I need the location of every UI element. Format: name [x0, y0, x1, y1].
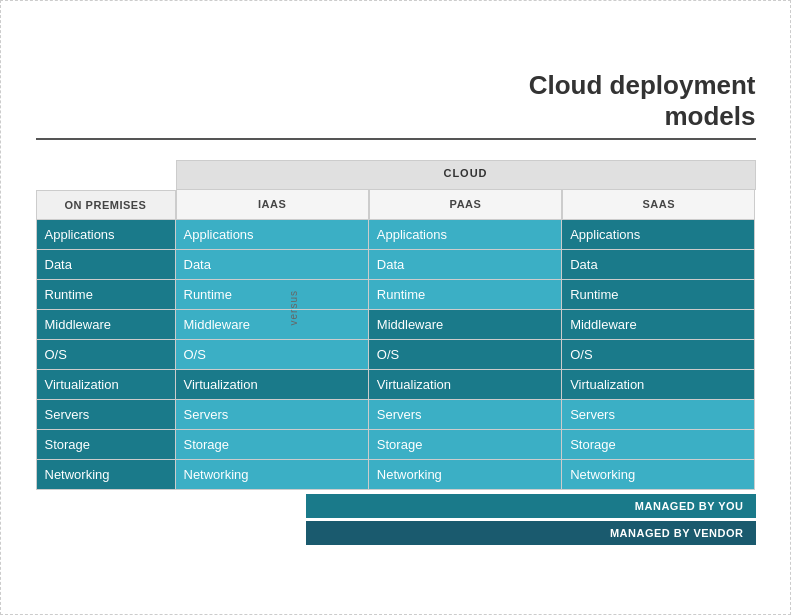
data-rows: ApplicationsApplicationsApplicationsAppl… — [36, 220, 756, 490]
cloud-cell: Networking — [369, 460, 562, 490]
header-row: CLOUD — [36, 160, 756, 190]
main-container: Cloud deployment models versus CLOUD ON … — [16, 50, 776, 565]
cloud-cell: Applications — [176, 220, 369, 250]
cloud-cell: Networking — [176, 460, 369, 490]
on-prem-cell: O/S — [36, 340, 176, 370]
legend-items: MANAGED BY YOU MANAGED BY VENDOR — [306, 494, 756, 545]
sub-header-row: ON PREMISES IAAS PAAS SAAS — [36, 190, 756, 220]
on-premises-label: ON PREMISES — [36, 190, 176, 220]
chart-title: Cloud deployment models — [36, 70, 756, 132]
cloud-header: CLOUD — [176, 160, 756, 190]
on-prem-cell: Virtualization — [36, 370, 176, 400]
deployment-table: versus CLOUD ON PREMISES IAAS PAAS SAAS … — [36, 160, 756, 545]
saas-header: SAAS — [562, 190, 755, 220]
cloud-cell: Runtime — [176, 280, 369, 310]
cloud-cell: Runtime — [562, 280, 755, 310]
legend-managed-vendor-label: MANAGED BY VENDOR — [610, 527, 744, 539]
cloud-cell: Data — [369, 250, 562, 280]
table-row: ServersServersServersServers — [36, 400, 756, 430]
on-prem-cell: Data — [36, 250, 176, 280]
cloud-cells: NetworkingNetworkingNetworking — [176, 460, 756, 490]
table-row: NetworkingNetworkingNetworkingNetworking — [36, 460, 756, 490]
cloud-cells: VirtualizationVirtualizationVirtualizati… — [176, 370, 756, 400]
table-row: VirtualizationVirtualizationVirtualizati… — [36, 370, 756, 400]
on-prem-cell: Networking — [36, 460, 176, 490]
cloud-cells: MiddlewareMiddlewareMiddleware — [176, 310, 756, 340]
table-row: RuntimeRuntimeRuntimeRuntime — [36, 280, 756, 310]
cloud-cells: ApplicationsApplicationsApplications — [176, 220, 756, 250]
table-row: DataDataDataData — [36, 250, 756, 280]
cloud-cell: Virtualization — [369, 370, 562, 400]
on-prem-cell: Applications — [36, 220, 176, 250]
on-prem-cell: Middleware — [36, 310, 176, 340]
legend-spacer — [36, 494, 306, 545]
cloud-cell: Middleware — [176, 310, 369, 340]
table-row: MiddlewareMiddlewareMiddlewareMiddleware — [36, 310, 756, 340]
cloud-cell: O/S — [562, 340, 755, 370]
cloud-cell: Servers — [176, 400, 369, 430]
legend-managed-vendor: MANAGED BY VENDOR — [306, 521, 756, 545]
cloud-sub-headers: IAAS PAAS SAAS — [176, 190, 756, 220]
cloud-cells: ServersServersServers — [176, 400, 756, 430]
title-divider — [36, 138, 756, 140]
cloud-cell: Virtualization — [562, 370, 755, 400]
table-row: StorageStorageStorageStorage — [36, 430, 756, 460]
table-row: O/SO/SO/SO/S — [36, 340, 756, 370]
paas-header: PAAS — [369, 190, 562, 220]
table-row: ApplicationsApplicationsApplicationsAppl… — [36, 220, 756, 250]
cloud-cells: RuntimeRuntimeRuntime — [176, 280, 756, 310]
legend-row: MANAGED BY YOU MANAGED BY VENDOR — [36, 494, 756, 545]
versus-label: versus — [288, 290, 299, 325]
cloud-cell: Storage — [562, 430, 755, 460]
cloud-cell: Storage — [176, 430, 369, 460]
cloud-cell: Servers — [369, 400, 562, 430]
on-prem-cell: Servers — [36, 400, 176, 430]
iaas-header: IAAS — [176, 190, 369, 220]
on-prem-cell: Runtime — [36, 280, 176, 310]
cloud-cell: Middleware — [369, 310, 562, 340]
cloud-cell: Applications — [369, 220, 562, 250]
legend-managed-you-label: MANAGED BY YOU — [635, 500, 744, 512]
legend-managed-you: MANAGED BY YOU — [306, 494, 756, 518]
cloud-cell: Middleware — [562, 310, 755, 340]
on-premises-header-spacer — [36, 160, 176, 190]
cloud-cell: Networking — [562, 460, 755, 490]
cloud-cells: StorageStorageStorage — [176, 430, 756, 460]
cloud-cell: Virtualization — [176, 370, 369, 400]
cloud-cell: Data — [562, 250, 755, 280]
cloud-cell: O/S — [176, 340, 369, 370]
cloud-cell: Servers — [562, 400, 755, 430]
cloud-cell: Applications — [562, 220, 755, 250]
cloud-cell: O/S — [369, 340, 562, 370]
cloud-cells: O/SO/SO/S — [176, 340, 756, 370]
cloud-cell: Runtime — [369, 280, 562, 310]
cloud-cell: Data — [176, 250, 369, 280]
cloud-cell: Storage — [369, 430, 562, 460]
cloud-cells: DataDataData — [176, 250, 756, 280]
on-prem-cell: Storage — [36, 430, 176, 460]
